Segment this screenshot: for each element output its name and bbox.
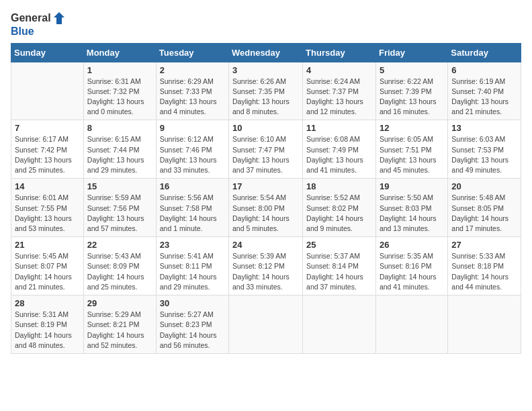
day-number: 14 [15,181,80,191]
weekday-header-thursday: Thursday [303,43,376,62]
day-info: Sunrise: 5:45 AM Sunset: 8:07 PM Dayligh… [15,251,80,292]
calendar-body: 1Sunrise: 6:31 AM Sunset: 7:32 PM Daylig… [11,62,521,353]
day-info: Sunrise: 6:24 AM Sunset: 7:37 PM Dayligh… [306,77,372,118]
calendar-cell: 27Sunrise: 5:33 AM Sunset: 8:18 PM Dayli… [448,237,521,295]
day-number: 27 [451,240,517,250]
day-number: 19 [380,181,444,191]
day-info: Sunrise: 5:56 AM Sunset: 7:58 PM Dayligh… [160,193,225,234]
day-number: 4 [306,65,372,75]
day-number: 29 [87,298,152,308]
calendar-week-row: 7Sunrise: 6:17 AM Sunset: 7:42 PM Daylig… [11,120,521,179]
calendar-cell: 23Sunrise: 5:41 AM Sunset: 8:11 PM Dayli… [156,237,228,295]
day-number: 2 [160,65,225,75]
calendar-cell: 20Sunrise: 5:48 AM Sunset: 8:05 PM Dayli… [448,179,521,237]
day-number: 1 [87,65,152,75]
day-number: 7 [15,123,80,133]
day-info: Sunrise: 6:31 AM Sunset: 7:32 PM Dayligh… [87,77,152,118]
calendar-week-row: 21Sunrise: 5:45 AM Sunset: 8:07 PM Dayli… [11,237,521,295]
day-info: Sunrise: 6:26 AM Sunset: 7:35 PM Dayligh… [232,77,299,118]
day-number: 25 [306,240,372,250]
calendar-cell: 6Sunrise: 6:19 AM Sunset: 7:40 PM Daylig… [448,62,521,120]
day-info: Sunrise: 5:52 AM Sunset: 8:02 PM Dayligh… [306,193,372,234]
calendar-cell: 17Sunrise: 5:54 AM Sunset: 8:00 PM Dayli… [229,179,303,237]
day-info: Sunrise: 5:31 AM Sunset: 8:19 PM Dayligh… [15,310,80,351]
day-number: 30 [160,298,225,308]
calendar-cell: 3Sunrise: 6:26 AM Sunset: 7:35 PM Daylig… [229,62,303,120]
calendar-cell: 19Sunrise: 5:50 AM Sunset: 8:03 PM Dayli… [375,179,447,237]
calendar-week-row: 14Sunrise: 6:01 AM Sunset: 7:55 PM Dayli… [11,179,521,237]
calendar-week-row: 28Sunrise: 5:31 AM Sunset: 8:19 PM Dayli… [11,295,521,354]
day-number: 24 [232,240,299,250]
weekday-header-row: SundayMondayTuesdayWednesdayThursdayFrid… [11,43,521,62]
calendar-cell: 2Sunrise: 6:29 AM Sunset: 7:33 PM Daylig… [156,62,228,120]
calendar-cell: 7Sunrise: 6:17 AM Sunset: 7:42 PM Daylig… [11,120,84,179]
day-info: Sunrise: 5:39 AM Sunset: 8:12 PM Dayligh… [232,251,299,292]
day-info: Sunrise: 5:27 AM Sunset: 8:23 PM Dayligh… [160,310,225,351]
calendar-header: SundayMondayTuesdayWednesdayThursdayFrid… [11,43,521,62]
calendar-cell: 28Sunrise: 5:31 AM Sunset: 8:19 PM Dayli… [11,295,84,354]
calendar-cell: 4Sunrise: 6:24 AM Sunset: 7:37 PM Daylig… [303,62,376,120]
logo-wordmark: General Blue [11,11,66,38]
day-info: Sunrise: 6:10 AM Sunset: 7:47 PM Dayligh… [232,134,299,175]
logo-bird-icon [52,11,66,26]
calendar-cell [375,295,447,354]
weekday-header-monday: Monday [83,43,156,62]
day-number: 21 [15,240,80,250]
day-number: 3 [232,65,299,75]
day-number: 10 [232,123,299,133]
day-number: 26 [380,240,444,250]
day-info: Sunrise: 6:03 AM Sunset: 7:53 PM Dayligh… [451,134,517,175]
page-header: General Blue [11,11,521,38]
calendar-cell [11,62,84,120]
calendar-cell: 11Sunrise: 6:08 AM Sunset: 7:49 PM Dayli… [303,120,376,179]
day-number: 12 [380,123,444,133]
day-info: Sunrise: 6:01 AM Sunset: 7:55 PM Dayligh… [15,193,80,234]
day-info: Sunrise: 5:41 AM Sunset: 8:11 PM Dayligh… [160,251,225,292]
day-info: Sunrise: 5:50 AM Sunset: 8:03 PM Dayligh… [380,193,444,234]
calendar-cell: 26Sunrise: 5:35 AM Sunset: 8:16 PM Dayli… [375,237,447,295]
day-number: 17 [232,181,299,191]
calendar-cell: 24Sunrise: 5:39 AM Sunset: 8:12 PM Dayli… [229,237,303,295]
day-info: Sunrise: 6:05 AM Sunset: 7:51 PM Dayligh… [380,134,444,175]
weekday-header-tuesday: Tuesday [156,43,228,62]
day-info: Sunrise: 5:59 AM Sunset: 7:56 PM Dayligh… [87,193,152,234]
day-number: 6 [451,65,517,75]
calendar-cell: 18Sunrise: 5:52 AM Sunset: 8:02 PM Dayli… [303,179,376,237]
day-info: Sunrise: 5:33 AM Sunset: 8:18 PM Dayligh… [451,251,517,292]
calendar-cell: 8Sunrise: 6:15 AM Sunset: 7:44 PM Daylig… [83,120,156,179]
day-number: 8 [87,123,152,133]
calendar-cell: 5Sunrise: 6:22 AM Sunset: 7:39 PM Daylig… [375,62,447,120]
day-number: 28 [15,298,80,308]
day-info: Sunrise: 5:37 AM Sunset: 8:14 PM Dayligh… [306,251,372,292]
day-info: Sunrise: 5:54 AM Sunset: 8:00 PM Dayligh… [232,193,299,234]
day-number: 20 [451,181,517,191]
calendar-cell: 22Sunrise: 5:43 AM Sunset: 8:09 PM Dayli… [83,237,156,295]
day-info: Sunrise: 6:22 AM Sunset: 7:39 PM Dayligh… [380,77,444,118]
calendar-cell: 16Sunrise: 5:56 AM Sunset: 7:58 PM Dayli… [156,179,228,237]
day-info: Sunrise: 6:08 AM Sunset: 7:49 PM Dayligh… [306,134,372,175]
day-info: Sunrise: 5:48 AM Sunset: 8:05 PM Dayligh… [451,193,517,234]
day-info: Sunrise: 5:35 AM Sunset: 8:16 PM Dayligh… [380,251,444,292]
logo: General Blue [11,11,66,38]
day-info: Sunrise: 5:29 AM Sunset: 8:21 PM Dayligh… [87,310,152,351]
day-info: Sunrise: 5:43 AM Sunset: 8:09 PM Dayligh… [87,251,152,292]
calendar-table: SundayMondayTuesdayWednesdayThursdayFrid… [11,43,521,354]
weekday-header-friday: Friday [375,43,447,62]
calendar-cell: 12Sunrise: 6:05 AM Sunset: 7:51 PM Dayli… [375,120,447,179]
calendar-cell [229,295,303,354]
calendar-cell: 21Sunrise: 5:45 AM Sunset: 8:07 PM Dayli… [11,237,84,295]
calendar-cell [303,295,376,354]
svg-marker-0 [54,12,64,24]
day-info: Sunrise: 6:29 AM Sunset: 7:33 PM Dayligh… [160,77,225,118]
day-number: 13 [451,123,517,133]
calendar-cell: 29Sunrise: 5:29 AM Sunset: 8:21 PM Dayli… [83,295,156,354]
day-number: 16 [160,181,225,191]
calendar-cell: 15Sunrise: 5:59 AM Sunset: 7:56 PM Dayli… [83,179,156,237]
day-number: 23 [160,240,225,250]
weekday-header-sunday: Sunday [11,43,84,62]
day-number: 15 [87,181,152,191]
day-number: 5 [380,65,444,75]
day-info: Sunrise: 6:19 AM Sunset: 7:40 PM Dayligh… [451,77,517,118]
day-number: 11 [306,123,372,133]
day-number: 9 [160,123,225,133]
